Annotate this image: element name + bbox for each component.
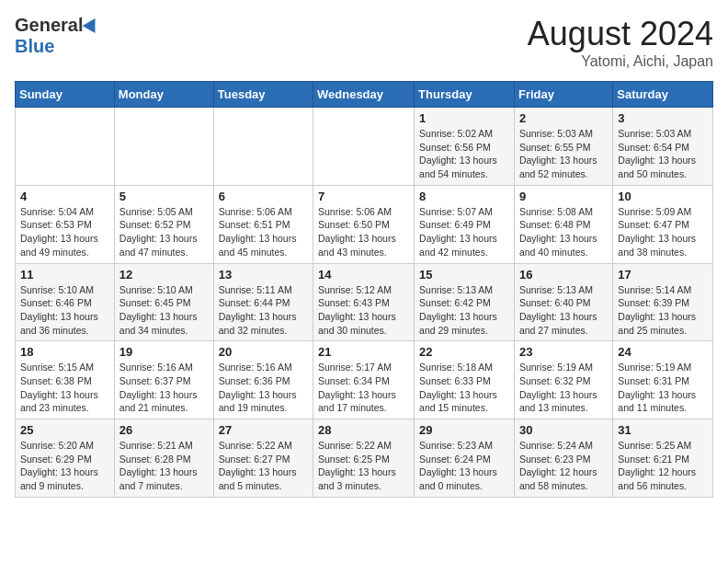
day-number: 29 [419, 423, 509, 437]
weekday-header-thursday: Thursday [415, 82, 515, 108]
calendar-cell [213, 108, 313, 186]
day-info: Sunrise: 5:13 AM Sunset: 6:42 PM Dayligh… [419, 283, 509, 338]
title-block: August 2024 Yatomi, Aichi, Japan [528, 15, 713, 70]
weekday-header-monday: Monday [114, 82, 213, 108]
day-number: 14 [318, 268, 409, 282]
calendar-cell: 28Sunrise: 5:22 AM Sunset: 6:25 PM Dayli… [313, 419, 415, 498]
day-info: Sunrise: 5:18 AM Sunset: 6:33 PM Dayligh… [419, 361, 509, 415]
calendar-week-row: 25Sunrise: 5:20 AM Sunset: 6:29 PM Dayli… [16, 419, 713, 498]
day-number: 21 [318, 345, 409, 359]
day-info: Sunrise: 5:13 AM Sunset: 6:40 PM Dayligh… [519, 283, 608, 338]
day-number: 16 [519, 268, 608, 282]
day-info: Sunrise: 5:02 AM Sunset: 6:56 PM Dayligh… [419, 127, 509, 181]
day-number: 23 [519, 345, 608, 359]
page-title: August 2024 [528, 15, 713, 53]
calendar-cell: 7Sunrise: 5:06 AM Sunset: 6:50 PM Daylig… [313, 185, 415, 263]
day-number: 7 [318, 190, 409, 203]
calendar-table: SundayMondayTuesdayWednesdayThursdayFrid… [15, 81, 713, 498]
calendar-cell: 18Sunrise: 5:15 AM Sunset: 6:38 PM Dayli… [16, 341, 115, 419]
weekday-header-tuesday: Tuesday [213, 82, 313, 108]
weekday-header-friday: Friday [514, 82, 612, 108]
day-info: Sunrise: 5:10 AM Sunset: 6:45 PM Dayligh… [119, 283, 209, 338]
calendar-cell: 29Sunrise: 5:23 AM Sunset: 6:24 PM Dayli… [415, 419, 515, 498]
day-info: Sunrise: 5:24 AM Sunset: 6:23 PM Dayligh… [519, 439, 608, 493]
day-number: 22 [419, 345, 509, 359]
calendar-week-row: 4Sunrise: 5:04 AM Sunset: 6:53 PM Daylig… [16, 185, 713, 263]
calendar-cell: 20Sunrise: 5:16 AM Sunset: 6:36 PM Dayli… [213, 341, 313, 419]
day-number: 18 [20, 345, 109, 359]
day-number: 12 [119, 268, 209, 282]
day-number: 13 [219, 268, 308, 282]
day-number: 3 [618, 111, 708, 125]
page-subtitle: Yatomi, Aichi, Japan [528, 53, 713, 70]
calendar-cell: 8Sunrise: 5:07 AM Sunset: 6:49 PM Daylig… [415, 185, 515, 263]
day-number: 24 [618, 345, 708, 359]
calendar-week-row: 1Sunrise: 5:02 AM Sunset: 6:56 PM Daylig… [16, 108, 713, 186]
calendar-cell: 27Sunrise: 5:22 AM Sunset: 6:27 PM Dayli… [213, 419, 313, 498]
day-info: Sunrise: 5:06 AM Sunset: 6:50 PM Dayligh… [318, 205, 409, 259]
calendar-cell: 26Sunrise: 5:21 AM Sunset: 6:28 PM Dayli… [114, 419, 213, 498]
logo-icon [83, 14, 102, 32]
day-info: Sunrise: 5:22 AM Sunset: 6:25 PM Dayligh… [318, 439, 409, 493]
calendar-cell: 12Sunrise: 5:10 AM Sunset: 6:45 PM Dayli… [114, 263, 213, 341]
calendar-header-row: SundayMondayTuesdayWednesdayThursdayFrid… [16, 82, 713, 108]
calendar-cell: 3Sunrise: 5:03 AM Sunset: 6:54 PM Daylig… [613, 108, 713, 186]
calendar-week-row: 11Sunrise: 5:10 AM Sunset: 6:46 PM Dayli… [16, 263, 713, 341]
day-number: 5 [119, 190, 209, 203]
day-number: 17 [618, 268, 708, 282]
day-info: Sunrise: 5:16 AM Sunset: 6:36 PM Dayligh… [219, 361, 308, 415]
calendar-cell: 30Sunrise: 5:24 AM Sunset: 6:23 PM Dayli… [514, 419, 612, 498]
day-info: Sunrise: 5:15 AM Sunset: 6:38 PM Dayligh… [20, 361, 109, 415]
day-number: 2 [519, 111, 608, 125]
day-number: 20 [219, 345, 308, 359]
day-number: 10 [618, 190, 708, 203]
day-info: Sunrise: 5:21 AM Sunset: 6:28 PM Dayligh… [119, 439, 209, 493]
day-info: Sunrise: 5:03 AM Sunset: 6:55 PM Dayligh… [519, 127, 608, 181]
logo: General Blue [15, 15, 99, 57]
calendar-week-row: 18Sunrise: 5:15 AM Sunset: 6:38 PM Dayli… [16, 341, 713, 419]
day-number: 31 [618, 423, 708, 437]
day-number: 8 [419, 190, 509, 203]
calendar-cell [16, 108, 115, 186]
page-header: General Blue August 2024 Yatomi, Aichi, … [15, 15, 713, 70]
calendar-cell: 21Sunrise: 5:17 AM Sunset: 6:34 PM Dayli… [313, 341, 415, 419]
day-info: Sunrise: 5:17 AM Sunset: 6:34 PM Dayligh… [318, 361, 409, 415]
day-info: Sunrise: 5:09 AM Sunset: 6:47 PM Dayligh… [618, 205, 708, 259]
day-info: Sunrise: 5:10 AM Sunset: 6:46 PM Dayligh… [20, 283, 109, 338]
day-info: Sunrise: 5:20 AM Sunset: 6:29 PM Dayligh… [20, 439, 109, 493]
day-number: 27 [219, 423, 308, 437]
calendar-cell: 9Sunrise: 5:08 AM Sunset: 6:48 PM Daylig… [514, 185, 612, 263]
day-info: Sunrise: 5:19 AM Sunset: 6:31 PM Dayligh… [618, 361, 708, 415]
day-info: Sunrise: 5:19 AM Sunset: 6:32 PM Dayligh… [519, 361, 608, 415]
day-info: Sunrise: 5:06 AM Sunset: 6:51 PM Dayligh… [219, 205, 308, 259]
day-info: Sunrise: 5:11 AM Sunset: 6:44 PM Dayligh… [219, 283, 308, 338]
day-number: 4 [20, 190, 109, 203]
day-info: Sunrise: 5:12 AM Sunset: 6:43 PM Dayligh… [318, 283, 409, 338]
day-number: 30 [519, 423, 608, 437]
day-info: Sunrise: 5:16 AM Sunset: 6:37 PM Dayligh… [119, 361, 209, 415]
calendar-cell: 24Sunrise: 5:19 AM Sunset: 6:31 PM Dayli… [613, 341, 713, 419]
calendar-cell: 22Sunrise: 5:18 AM Sunset: 6:33 PM Dayli… [415, 341, 515, 419]
calendar-cell: 4Sunrise: 5:04 AM Sunset: 6:53 PM Daylig… [16, 185, 115, 263]
logo-blue-text: Blue [15, 36, 54, 57]
calendar-cell: 16Sunrise: 5:13 AM Sunset: 6:40 PM Dayli… [514, 263, 612, 341]
calendar-cell [114, 108, 213, 186]
calendar-cell: 25Sunrise: 5:20 AM Sunset: 6:29 PM Dayli… [16, 419, 115, 498]
day-info: Sunrise: 5:04 AM Sunset: 6:53 PM Dayligh… [20, 205, 109, 259]
day-info: Sunrise: 5:23 AM Sunset: 6:24 PM Dayligh… [419, 439, 509, 493]
calendar-cell: 13Sunrise: 5:11 AM Sunset: 6:44 PM Dayli… [213, 263, 313, 341]
weekday-header-sunday: Sunday [16, 82, 115, 108]
calendar-cell: 15Sunrise: 5:13 AM Sunset: 6:42 PM Dayli… [415, 263, 515, 341]
calendar-cell: 10Sunrise: 5:09 AM Sunset: 6:47 PM Dayli… [613, 185, 713, 263]
calendar-cell: 17Sunrise: 5:14 AM Sunset: 6:39 PM Dayli… [613, 263, 713, 341]
calendar-cell: 6Sunrise: 5:06 AM Sunset: 6:51 PM Daylig… [213, 185, 313, 263]
day-number: 1 [419, 111, 509, 125]
day-number: 19 [119, 345, 209, 359]
day-number: 15 [419, 268, 509, 282]
day-info: Sunrise: 5:14 AM Sunset: 6:39 PM Dayligh… [618, 283, 708, 338]
day-number: 9 [519, 190, 608, 203]
calendar-cell: 11Sunrise: 5:10 AM Sunset: 6:46 PM Dayli… [16, 263, 115, 341]
day-info: Sunrise: 5:22 AM Sunset: 6:27 PM Dayligh… [219, 439, 308, 493]
calendar-cell [313, 108, 415, 186]
weekday-header-wednesday: Wednesday [313, 82, 415, 108]
